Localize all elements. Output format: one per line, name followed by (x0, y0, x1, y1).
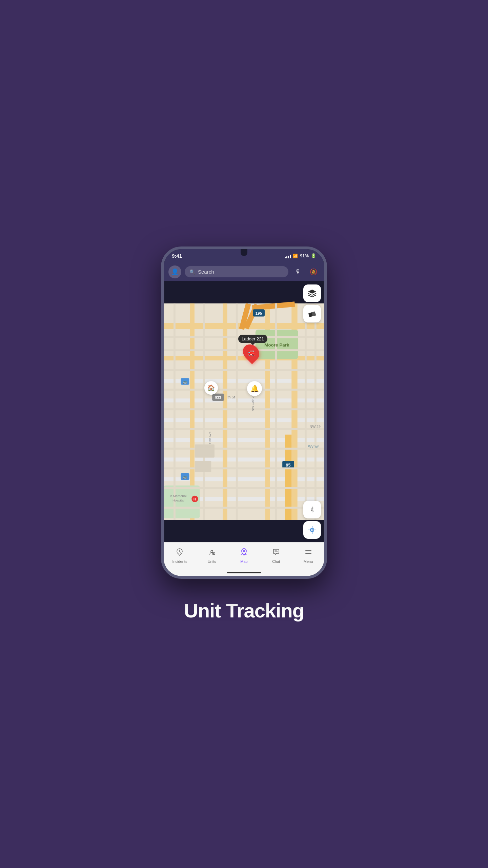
home-marker[interactable]: 🏠 (204, 381, 218, 395)
layers-icon (307, 289, 317, 298)
svg-rect-4 (164, 398, 324, 402)
eraser-icon (307, 309, 317, 318)
svg-rect-37 (174, 303, 176, 519)
svg-rect-30 (164, 389, 324, 391)
units-icon (208, 548, 216, 558)
compass-icon (307, 505, 317, 514)
svg-rect-41 (305, 303, 307, 519)
nav-menu[interactable]: Menu (292, 542, 324, 569)
svg-point-74 (243, 550, 245, 552)
svg-text:H: H (194, 497, 196, 501)
svg-text:n Memorial: n Memorial (170, 494, 187, 497)
nav-units[interactable]: Units (196, 542, 228, 569)
nav-incidents[interactable]: Incidents (164, 542, 196, 569)
chat-icon (272, 548, 280, 558)
units-label: Units (208, 559, 216, 564)
alert-bell-marker[interactable]: 🔔 (247, 381, 262, 396)
phone-notch (241, 249, 247, 256)
bottom-nav: Incidents Units (164, 542, 324, 569)
wifi-icon: 📶 (293, 254, 298, 258)
svg-point-65 (311, 529, 313, 531)
svg-text:Wynw: Wynw (308, 444, 319, 448)
signal-bar-2 (286, 256, 287, 258)
avatar-icon: 👤 (171, 268, 179, 276)
location-icon (307, 525, 317, 535)
map-label: Map (240, 559, 247, 564)
search-input-container[interactable]: 🔍 Search (185, 266, 288, 277)
svg-text:NW 29: NW 29 (309, 425, 321, 429)
status-time: 9:41 (172, 253, 182, 259)
fire-truck-icon: 🚒 (247, 349, 255, 356)
svg-rect-40 (275, 303, 277, 519)
avatar-button[interactable]: 👤 (168, 265, 181, 278)
svg-rect-33 (164, 448, 324, 450)
home-indicator (164, 569, 324, 576)
phone-screen: 9:41 📶 91% 🔋 👤 (164, 249, 324, 576)
svg-rect-39 (236, 303, 238, 519)
svg-rect-42 (314, 303, 317, 519)
svg-text:Moore Park: Moore Park (264, 342, 289, 348)
page-title: Unit Tracking (184, 599, 304, 622)
location-button[interactable] (303, 521, 321, 539)
map-svg: 95 195 933 (164, 281, 324, 542)
page-wrapper: 9:41 📶 91% 🔋 👤 (0, 0, 488, 868)
battery-text: 91% (300, 253, 309, 258)
compass-button[interactable] (303, 501, 321, 518)
battery-icon: 🔋 (311, 253, 316, 258)
svg-rect-57 (195, 444, 215, 457)
signal-bar-1 (285, 257, 286, 258)
nav-map[interactable]: Map (228, 542, 260, 569)
signal-bars (285, 254, 291, 258)
incidents-label: Incidents (172, 559, 187, 564)
svg-point-72 (212, 554, 213, 555)
fire-truck-marker[interactable]: 🚒 (244, 344, 259, 361)
svg-rect-35 (164, 487, 324, 489)
svg-text:933: 933 (215, 395, 221, 399)
svg-rect-29 (164, 369, 324, 371)
search-text: Search (198, 269, 284, 275)
mic-button[interactable]: 🎙 (292, 266, 304, 278)
bell-button[interactable]: 🔕 (307, 266, 320, 278)
map-controls-top (303, 284, 321, 322)
menu-label: Menu (304, 559, 313, 564)
alert-bell-icon: 🔔 (250, 384, 259, 393)
nav-chat[interactable]: Chat (260, 542, 292, 569)
svg-rect-31 (164, 408, 324, 410)
svg-rect-5 (164, 418, 324, 422)
svg-text:🚌: 🚌 (183, 475, 187, 479)
layers-button[interactable] (303, 284, 321, 302)
status-icons: 📶 91% 🔋 (285, 253, 316, 258)
search-bar-area: 👤 🔍 Search 🎙 🔕 (164, 263, 324, 281)
svg-rect-7 (164, 457, 324, 461)
eraser-button[interactable] (303, 305, 321, 322)
unit-label: Ladder 221 (238, 335, 267, 343)
svg-point-70 (211, 550, 213, 552)
home-icon: 🏠 (207, 384, 215, 392)
map-container[interactable]: 95 195 933 (164, 281, 324, 542)
svg-rect-32 (164, 428, 324, 430)
map-icon (240, 548, 248, 558)
chat-label: Chat (272, 559, 280, 564)
signal-bar-3 (288, 256, 289, 258)
svg-text:195: 195 (256, 311, 262, 315)
svg-point-73 (214, 554, 215, 555)
home-indicator-bar (227, 572, 261, 573)
svg-rect-58 (195, 461, 211, 472)
map-controls-bottom (303, 501, 321, 539)
svg-rect-38 (203, 303, 205, 519)
menu-icon (304, 548, 312, 558)
svg-text:95: 95 (286, 462, 291, 467)
search-icon: 🔍 (189, 269, 195, 275)
svg-rect-34 (164, 467, 324, 469)
svg-marker-59 (308, 290, 316, 294)
svg-rect-36 (164, 507, 324, 509)
svg-text:🚌: 🚌 (183, 379, 187, 384)
phone-frame: 9:41 📶 91% 🔋 👤 (161, 246, 327, 579)
signal-bar-4 (290, 255, 291, 258)
svg-rect-6 (164, 438, 324, 442)
svg-text:th St: th St (228, 395, 235, 399)
svg-text:Hospital: Hospital (172, 498, 184, 502)
incidents-icon (176, 548, 184, 558)
